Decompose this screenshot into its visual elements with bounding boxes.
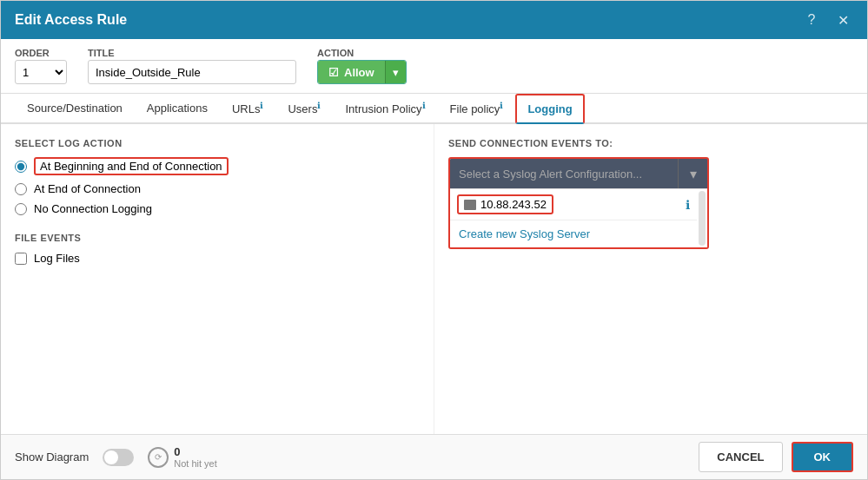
modal-title: Edit Access Rule: [15, 12, 127, 28]
title-group: Title: [88, 48, 296, 84]
cancel-button[interactable]: CANCEL: [699, 442, 782, 472]
chevron-down-icon: ▾: [393, 66, 399, 79]
radio-beginning-end-label: At Beginning and End of Connection: [34, 157, 229, 175]
log-files-checkbox[interactable]: [15, 253, 27, 265]
modal-footer: Show Diagram ⟳ 0 Not hit yet CANCEL OK: [1, 434, 867, 479]
log-files-label: Log Files: [34, 252, 80, 265]
action-allow-button[interactable]: ☑ Allow: [318, 60, 385, 84]
syslog-dropdown-content: 10.88.243.52 ℹ Create new Syslog Server: [450, 189, 697, 247]
ok-button[interactable]: OK: [792, 442, 854, 472]
title-input[interactable]: [88, 60, 296, 84]
modal-header: Edit Access Rule ? ✕: [1, 1, 867, 39]
toggle-knob: [104, 450, 118, 464]
create-syslog-server-link[interactable]: Create new Syslog Server: [450, 220, 697, 247]
show-diagram-toggle[interactable]: [103, 449, 134, 466]
edit-access-rule-modal: Edit Access Rule ? ✕ Order 1 Title Actio…: [0, 0, 868, 480]
order-select[interactable]: 1: [15, 60, 67, 84]
tab-file-policy[interactable]: File policyℹ: [438, 94, 516, 122]
syslog-dropdown-container: Select a Syslog Alert Configuration... ▾: [448, 157, 709, 249]
radio-group: At Beginning and End of Connection At En…: [15, 157, 420, 215]
syslog-dropdown-body: 10.88.243.52 ℹ Create new Syslog Server: [450, 188, 707, 247]
radio-no-logging-label: No Connection Logging: [34, 202, 152, 215]
log-files-checkbox-label[interactable]: Log Files: [15, 252, 420, 265]
action-btn: ☑ Allow ▾: [317, 60, 407, 84]
syslog-placeholder-text: Select a Syslog Alert Configuration...: [450, 159, 678, 188]
toggle-slider: [103, 449, 134, 466]
hit-text: 0 Not hit yet: [174, 445, 217, 469]
radio-no-logging-input[interactable]: [15, 203, 27, 215]
radio-end-only-label: At End of Connection: [34, 182, 141, 195]
tab-applications[interactable]: Applications: [135, 94, 220, 122]
radio-beginning-end-input[interactable]: [15, 161, 27, 173]
file-events-label: FILE EVENTS: [15, 233, 420, 243]
order-group: Order 1: [15, 48, 67, 84]
server-icon: [464, 200, 476, 210]
action-dropdown-button[interactable]: ▾: [385, 60, 406, 84]
allow-label: Allow: [344, 66, 374, 79]
intrusion-info-icon: ℹ: [422, 101, 426, 110]
footer-right: CANCEL OK: [699, 442, 853, 472]
syslog-header-row: Select a Syslog Alert Configuration... ▾: [450, 159, 707, 188]
file-events-section: FILE EVENTS Log Files: [15, 233, 420, 265]
radio-end-only-input[interactable]: [15, 183, 27, 195]
left-panel: SELECT LOG ACTION At Beginning and End o…: [1, 124, 434, 434]
tab-users[interactable]: Usersℹ: [275, 94, 333, 122]
radio-end-only[interactable]: At End of Connection: [15, 182, 420, 195]
syslog-ip-info-icon[interactable]: ℹ: [686, 198, 690, 212]
hit-count-icon: ⟳: [148, 447, 169, 468]
order-title-row: Order 1 Title Action ☑ Allow ▾: [1, 39, 867, 94]
radio-beginning-end[interactable]: At Beginning and End of Connection: [15, 157, 420, 175]
syslog-chevron-down-icon: ▾: [690, 166, 697, 182]
order-label: Order: [15, 48, 67, 58]
help-button[interactable]: ?: [801, 10, 822, 30]
filepolicy-info-icon: ℹ: [500, 101, 503, 110]
tab-intrusion-policy[interactable]: Intrusion Policyℹ: [333, 94, 437, 122]
footer-left: Show Diagram ⟳ 0 Not hit yet: [15, 445, 217, 469]
syslog-ip-text: 10.88.243.52: [480, 198, 547, 211]
urls-info-icon: ℹ: [260, 101, 263, 110]
tab-logging[interactable]: Logging: [515, 94, 584, 124]
users-info-icon: ℹ: [317, 101, 321, 110]
show-diagram-label: Show Diagram: [15, 450, 89, 464]
right-panel: SEND CONNECTION EVENTS TO: Select a Sysl…: [434, 124, 867, 434]
tabs-bar: Source/Destination Applications URLsℹ Us…: [1, 94, 867, 124]
syslog-chevron-button[interactable]: ▾: [678, 159, 707, 188]
action-label: Action: [317, 48, 407, 58]
close-button[interactable]: ✕: [832, 10, 853, 30]
syslog-ip-badge: 10.88.243.52: [457, 194, 553, 214]
action-group: Action ☑ Allow ▾: [317, 48, 407, 84]
syslog-ip-row: 10.88.243.52 ℹ: [450, 189, 697, 220]
hit-count-number: 0: [174, 445, 217, 458]
hit-count-subtitle: Not hit yet: [174, 458, 217, 469]
hit-count-display: ⟳ 0 Not hit yet: [148, 445, 217, 469]
send-connection-events-label: SEND CONNECTION EVENTS TO:: [448, 138, 853, 148]
allow-icon: ☑: [328, 66, 339, 79]
syslog-scrollbar: [699, 191, 706, 246]
radio-no-logging[interactable]: No Connection Logging: [15, 202, 420, 215]
modal-body: SELECT LOG ACTION At Beginning and End o…: [1, 124, 867, 434]
tab-urls[interactable]: URLsℹ: [220, 94, 276, 122]
title-label: Title: [88, 48, 296, 58]
tab-source-destination[interactable]: Source/Destination: [15, 94, 135, 122]
header-actions: ? ✕: [801, 10, 853, 30]
select-log-action-label: SELECT LOG ACTION: [15, 138, 420, 148]
